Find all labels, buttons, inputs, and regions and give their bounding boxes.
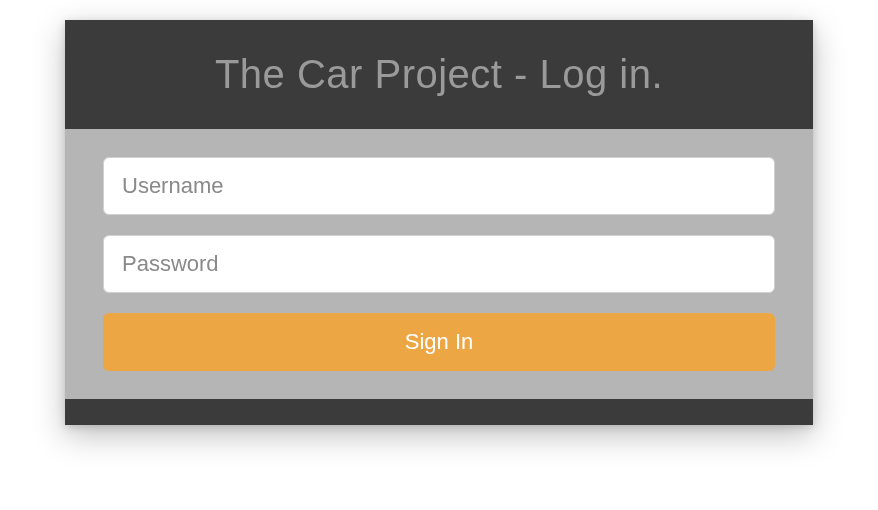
page-title: The Car Project - Log in. <box>85 52 793 97</box>
password-input[interactable] <box>103 235 775 293</box>
login-card: The Car Project - Log in. Sign In <box>65 20 813 425</box>
signin-button[interactable]: Sign In <box>103 313 775 371</box>
username-input[interactable] <box>103 157 775 215</box>
login-header: The Car Project - Log in. <box>65 20 813 129</box>
login-form: Sign In <box>65 129 813 399</box>
login-footer <box>65 399 813 425</box>
